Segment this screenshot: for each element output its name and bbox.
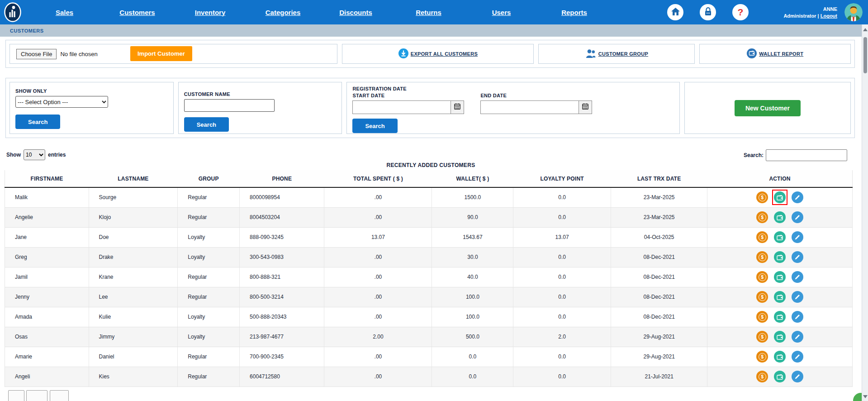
nav-item-returns[interactable]: Returns: [392, 9, 465, 16]
cell-wallet: 0.0: [432, 367, 513, 387]
scrollbar-thumb[interactable]: [863, 37, 867, 73]
wallet-icon[interactable]: [774, 351, 786, 363]
wallet-report-link[interactable]: WALLET REPORT: [747, 48, 803, 59]
edit-icon[interactable]: [792, 251, 803, 263]
money-icon[interactable]: $: [756, 291, 768, 303]
cell-phone: 8004503204: [240, 207, 324, 227]
user-avatar[interactable]: [844, 3, 863, 21]
cell-last-trx-date: 23-Mar-2025: [611, 207, 707, 227]
registration-date-search-button[interactable]: Search: [352, 119, 397, 133]
start-date-input[interactable]: [352, 100, 451, 114]
registration-date-panel: REGISTRATION DATE START DATE: [346, 82, 680, 134]
logout-link[interactable]: Logout: [821, 13, 837, 19]
money-icon[interactable]: $: [756, 251, 768, 263]
lock-button[interactable]: [700, 4, 716, 20]
money-icon[interactable]: $: [756, 271, 768, 283]
scroll-down-arrow-icon[interactable]: [863, 395, 868, 398]
cell-total-spent: .00: [324, 207, 432, 227]
start-date-calendar-button[interactable]: [451, 100, 464, 114]
column-header-lastname: LASTNAME: [89, 170, 178, 187]
money-icon[interactable]: $: [756, 211, 768, 223]
cell-actions: $: [707, 207, 853, 227]
nav-item-reports[interactable]: Reports: [538, 9, 611, 16]
money-icon[interactable]: $: [756, 311, 768, 323]
help-icon: ?: [738, 7, 744, 18]
wallet-icon[interactable]: [774, 231, 786, 243]
cell-actions: $: [707, 367, 853, 387]
vertical-scrollbar[interactable]: [862, 24, 868, 401]
import-customer-button[interactable]: Import Customer: [130, 46, 192, 61]
export-all-customers-link[interactable]: EXPORT ALL CUSTOMERS: [398, 48, 478, 59]
table-row: AmarieDanielRegular700-900-2345.000.00.0…: [5, 347, 853, 367]
cell-phone: 800-888-321: [240, 267, 324, 287]
customer-name-search-button[interactable]: Search: [184, 117, 229, 132]
money-icon[interactable]: $: [756, 231, 768, 243]
wallet-icon[interactable]: [774, 371, 786, 382]
cell-total-spent: .00: [324, 307, 432, 327]
cell-group: Regular: [178, 207, 240, 227]
choose-file-button[interactable]: Choose File: [16, 49, 57, 59]
cell-firstname: Osas: [5, 327, 89, 347]
cell-lastname: Klojo: [89, 207, 178, 227]
cell-firstname: Malik: [5, 187, 89, 207]
user-info: ANNE Administrator | Logout: [783, 6, 837, 20]
wallet-icon[interactable]: [774, 331, 786, 343]
edit-icon[interactable]: [792, 271, 803, 283]
edit-icon[interactable]: [792, 371, 803, 382]
help-button[interactable]: ?: [732, 4, 749, 20]
money-icon[interactable]: $: [756, 331, 768, 343]
nav-item-users[interactable]: Users: [465, 9, 538, 16]
page-size-select[interactable]: 10: [24, 149, 45, 160]
wallet-icon[interactable]: [774, 271, 786, 283]
cell-wallet: 100.0: [432, 307, 513, 327]
nav-item-customers[interactable]: Customers: [101, 9, 174, 16]
end-date-input[interactable]: [480, 100, 579, 114]
cell-wallet: 90.0: [432, 207, 513, 227]
wallet-icon[interactable]: [774, 211, 786, 223]
show-only-panel: SHOW ONLY --- Select Option --- Search: [9, 82, 174, 134]
money-icon[interactable]: $: [756, 371, 768, 382]
nav-item-sales[interactable]: Sales: [28, 9, 101, 16]
money-icon[interactable]: $: [756, 191, 768, 203]
edit-icon[interactable]: [792, 351, 803, 363]
show-only-select[interactable]: --- Select Option ---: [15, 96, 108, 108]
pagination-button[interactable]: [8, 390, 24, 401]
customer-name-input[interactable]: [184, 99, 275, 112]
export-customers-box: EXPORT ALL CUSTOMERS: [342, 44, 534, 64]
edit-icon[interactable]: [792, 191, 803, 203]
edit-icon[interactable]: [792, 291, 803, 303]
download-icon: [398, 48, 408, 59]
customers-table: FIRSTNAMELASTNAMEGROUPPHONETOTAL SPENT (…: [5, 170, 853, 387]
nav-item-inventory[interactable]: Inventory: [174, 9, 247, 16]
nav-item-categories[interactable]: Categories: [247, 9, 319, 16]
pagination-button[interactable]: [50, 390, 69, 401]
end-date-calendar-button[interactable]: [579, 100, 592, 114]
edit-icon[interactable]: [792, 311, 803, 323]
edit-icon[interactable]: [792, 231, 803, 243]
scroll-up-arrow-icon[interactable]: [863, 28, 868, 31]
new-customer-button[interactable]: New Customer: [735, 100, 801, 116]
home-button[interactable]: [667, 4, 683, 20]
wallet-icon[interactable]: [774, 191, 786, 203]
money-icon[interactable]: $: [756, 351, 768, 363]
cell-lastname: Krane: [89, 267, 178, 287]
wallet-icon[interactable]: [774, 291, 786, 303]
table-title: RECENTLY ADDED CUSTOMERS: [0, 162, 862, 168]
customer-group-link[interactable]: CUSTOMER GROUP: [585, 49, 648, 59]
table-row: MalikSourgeRegular8000098954.001500.00.0…: [5, 187, 853, 207]
edit-icon[interactable]: [792, 211, 803, 223]
pagination-button[interactable]: [26, 390, 47, 401]
calendar-icon: [454, 103, 460, 111]
wallet-icon[interactable]: [774, 311, 786, 323]
table-search-input[interactable]: [766, 149, 847, 161]
cell-wallet: 40.0: [432, 267, 513, 287]
cell-wallet: 100.0: [432, 287, 513, 307]
no-file-chosen-text: No file chosen: [60, 51, 97, 57]
nav-item-discounts[interactable]: Discounts: [319, 9, 392, 16]
wallet-icon[interactable]: [774, 251, 786, 263]
import-links-bar: Choose File No file chosen Import Custom…: [5, 40, 855, 68]
cell-actions: $: [707, 267, 853, 287]
edit-icon[interactable]: [792, 331, 803, 343]
show-only-search-button[interactable]: Search: [15, 115, 60, 129]
cell-actions: $: [707, 307, 853, 327]
